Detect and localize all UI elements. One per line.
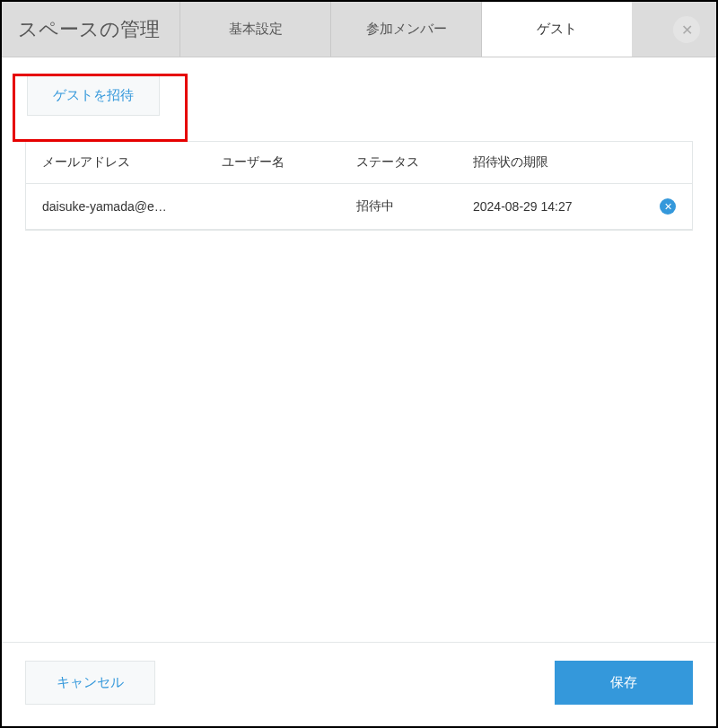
invite-guest-button[interactable]: ゲストを招待	[27, 75, 160, 116]
tab-basic-settings[interactable]: 基本設定	[180, 2, 330, 57]
close-button[interactable]: ✕	[673, 16, 700, 43]
table-header-row: メールアドレス ユーザー名 ステータス 招待状の期限	[26, 142, 692, 184]
cell-email: daisuke-yamada@e…	[42, 199, 222, 214]
col-header-status: ステータス	[356, 154, 473, 171]
dialog-title: スペースの管理	[2, 2, 180, 57]
col-header-email: メールアドレス	[42, 154, 222, 171]
cancel-button[interactable]: キャンセル	[25, 661, 155, 705]
table-row: daisuke-yamada@e… 招待中 2024-08-29 14:27 ✕	[26, 184, 692, 230]
tab-members[interactable]: 参加メンバー	[330, 2, 481, 57]
col-header-expiry: 招待状の期限	[473, 154, 649, 171]
guest-table: メールアドレス ユーザー名 ステータス 招待状の期限 daisuke-yamad…	[25, 141, 693, 231]
tab-guests[interactable]: ゲスト	[481, 2, 632, 57]
remove-guest-button[interactable]: ✕	[660, 198, 676, 215]
tab-bar: 基本設定 参加メンバー ゲスト	[180, 2, 716, 57]
cell-expiry: 2024-08-29 14:27	[473, 199, 649, 214]
cell-action: ✕	[649, 198, 676, 215]
save-button[interactable]: 保存	[555, 661, 693, 705]
dialog-footer: キャンセル 保存	[2, 642, 716, 726]
close-icon: ✕	[664, 201, 672, 213]
dialog-header: スペースの管理 基本設定 参加メンバー ゲスト ✕	[2, 2, 716, 57]
col-header-action	[649, 154, 676, 171]
close-icon: ✕	[681, 22, 693, 39]
cell-status: 招待中	[356, 198, 473, 215]
tab-content: ゲストを招待 メールアドレス ユーザー名 ステータス 招待状の期限 daisuk…	[2, 57, 716, 231]
col-header-username: ユーザー名	[222, 154, 356, 171]
